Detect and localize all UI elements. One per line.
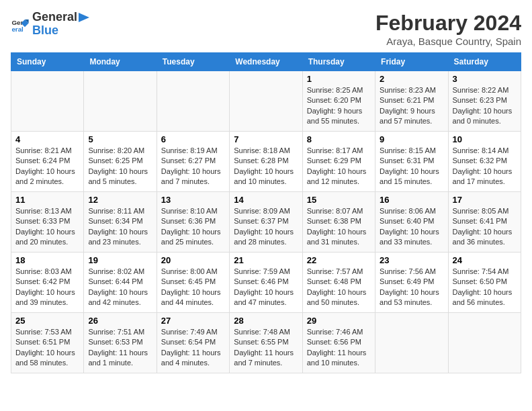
calendar-cell: 20Sunrise: 8:00 AM Sunset: 6:45 PM Dayli… xyxy=(157,253,229,313)
day-info: Sunrise: 8:09 AM Sunset: 6:37 PM Dayligh… xyxy=(234,206,298,248)
day-info: Sunrise: 7:53 AM Sunset: 6:51 PM Dayligh… xyxy=(15,327,79,369)
calendar-cell: 14Sunrise: 8:09 AM Sunset: 6:37 PM Dayli… xyxy=(230,192,302,253)
header-wednesday: Wednesday xyxy=(230,53,302,71)
calendar-cell: 6Sunrise: 8:19 AM Sunset: 6:27 PM Daylig… xyxy=(157,132,229,192)
header-saturday: Saturday xyxy=(448,53,521,71)
day-number: 13 xyxy=(161,195,225,205)
header-friday: Friday xyxy=(375,53,448,71)
day-number: 1 xyxy=(307,74,371,84)
day-number: 9 xyxy=(380,134,443,144)
day-number: 18 xyxy=(15,255,79,265)
header-monday: Monday xyxy=(84,53,157,71)
calendar-cell: 5Sunrise: 8:20 AM Sunset: 6:25 PM Daylig… xyxy=(84,132,157,192)
day-info: Sunrise: 7:59 AM Sunset: 6:46 PM Dayligh… xyxy=(234,267,298,308)
day-info: Sunrise: 8:03 AM Sunset: 6:42 PM Dayligh… xyxy=(15,267,79,308)
calendar-cell: 13Sunrise: 8:10 AM Sunset: 6:36 PM Dayli… xyxy=(157,192,229,253)
day-info: Sunrise: 7:57 AM Sunset: 6:48 PM Dayligh… xyxy=(307,267,371,308)
calendar-cell: 19Sunrise: 8:02 AM Sunset: 6:44 PM Dayli… xyxy=(84,253,157,313)
day-info: Sunrise: 8:17 AM Sunset: 6:29 PM Dayligh… xyxy=(307,146,371,187)
calendar-cell xyxy=(230,71,302,132)
day-number: 25 xyxy=(15,316,79,326)
day-number: 24 xyxy=(453,255,517,265)
day-info: Sunrise: 8:02 AM Sunset: 6:44 PM Dayligh… xyxy=(88,267,152,308)
page-title: February 2024 xyxy=(375,11,521,36)
calendar-cell: 17Sunrise: 8:05 AM Sunset: 6:41 PM Dayli… xyxy=(448,192,521,253)
title-block: February 2024 Araya, Basque Country, Spa… xyxy=(375,11,521,47)
calendar-cell: 29Sunrise: 7:46 AM Sunset: 6:56 PM Dayli… xyxy=(302,313,375,373)
day-info: Sunrise: 8:21 AM Sunset: 6:24 PM Dayligh… xyxy=(15,146,79,187)
calendar-cell: 16Sunrise: 8:06 AM Sunset: 6:40 PM Dayli… xyxy=(375,192,448,253)
page-subtitle: Araya, Basque Country, Spain xyxy=(375,36,521,47)
day-info: Sunrise: 8:07 AM Sunset: 6:38 PM Dayligh… xyxy=(307,206,371,248)
day-number: 23 xyxy=(380,255,443,265)
calendar-cell: 3Sunrise: 8:22 AM Sunset: 6:23 PM Daylig… xyxy=(448,71,521,132)
day-number: 4 xyxy=(15,134,79,144)
header-thursday: Thursday xyxy=(302,53,375,71)
day-info: Sunrise: 8:00 AM Sunset: 6:45 PM Dayligh… xyxy=(161,267,225,308)
calendar-cell: 24Sunrise: 7:54 AM Sunset: 6:50 PM Dayli… xyxy=(448,253,521,313)
page-header: Gen eral General Blue February 2024 Aray… xyxy=(11,11,521,47)
day-info: Sunrise: 8:15 AM Sunset: 6:31 PM Dayligh… xyxy=(380,146,443,187)
calendar-cell xyxy=(157,71,229,132)
day-info: Sunrise: 8:05 AM Sunset: 6:41 PM Dayligh… xyxy=(453,206,517,248)
week-row-2: 4Sunrise: 8:21 AM Sunset: 6:24 PM Daylig… xyxy=(11,132,521,192)
day-info: Sunrise: 8:18 AM Sunset: 6:28 PM Dayligh… xyxy=(234,146,298,187)
calendar-cell: 26Sunrise: 7:51 AM Sunset: 6:53 PM Dayli… xyxy=(84,313,157,373)
calendar-cell: 28Sunrise: 7:48 AM Sunset: 6:55 PM Dayli… xyxy=(230,313,302,373)
day-number: 14 xyxy=(234,195,298,205)
day-info: Sunrise: 8:13 AM Sunset: 6:33 PM Dayligh… xyxy=(15,206,79,248)
calendar-cell: 1Sunrise: 8:25 AM Sunset: 6:20 PM Daylig… xyxy=(302,71,375,132)
calendar-cell: 4Sunrise: 8:21 AM Sunset: 6:24 PM Daylig… xyxy=(11,132,84,192)
calendar-cell: 8Sunrise: 8:17 AM Sunset: 6:29 PM Daylig… xyxy=(302,132,375,192)
logo: Gen eral General Blue xyxy=(11,11,92,38)
day-number: 10 xyxy=(453,134,517,144)
day-info: Sunrise: 8:19 AM Sunset: 6:27 PM Dayligh… xyxy=(161,146,225,187)
week-row-3: 11Sunrise: 8:13 AM Sunset: 6:33 PM Dayli… xyxy=(11,192,521,253)
calendar-cell: 25Sunrise: 7:53 AM Sunset: 6:51 PM Dayli… xyxy=(11,313,84,373)
day-info: Sunrise: 8:14 AM Sunset: 6:32 PM Dayligh… xyxy=(453,146,517,187)
day-number: 22 xyxy=(307,255,371,265)
day-info: Sunrise: 8:25 AM Sunset: 6:20 PM Dayligh… xyxy=(307,85,371,127)
calendar-cell xyxy=(448,313,521,373)
calendar-cell: 21Sunrise: 7:59 AM Sunset: 6:46 PM Dayli… xyxy=(230,253,302,313)
logo-icon: Gen eral xyxy=(11,15,30,34)
day-number: 6 xyxy=(161,134,225,144)
calendar-cell: 7Sunrise: 8:18 AM Sunset: 6:28 PM Daylig… xyxy=(230,132,302,192)
week-row-1: 1Sunrise: 8:25 AM Sunset: 6:20 PM Daylig… xyxy=(11,71,521,132)
day-info: Sunrise: 7:51 AM Sunset: 6:53 PM Dayligh… xyxy=(88,327,152,369)
day-number: 12 xyxy=(88,195,152,205)
week-row-5: 25Sunrise: 7:53 AM Sunset: 6:51 PM Dayli… xyxy=(11,313,521,373)
calendar-cell xyxy=(11,71,84,132)
week-row-4: 18Sunrise: 8:03 AM Sunset: 6:42 PM Dayli… xyxy=(11,253,521,313)
svg-text:eral: eral xyxy=(11,26,24,33)
day-number: 17 xyxy=(453,195,517,205)
calendar-cell: 18Sunrise: 8:03 AM Sunset: 6:42 PM Dayli… xyxy=(11,253,84,313)
day-number: 15 xyxy=(307,195,371,205)
day-info: Sunrise: 7:49 AM Sunset: 6:54 PM Dayligh… xyxy=(161,327,225,369)
header-sunday: Sunday xyxy=(11,53,84,71)
day-number: 2 xyxy=(380,74,443,84)
day-number: 20 xyxy=(161,255,225,265)
day-number: 11 xyxy=(15,195,79,205)
day-number: 16 xyxy=(380,195,443,205)
day-number: 7 xyxy=(234,134,298,144)
day-info: Sunrise: 8:20 AM Sunset: 6:25 PM Dayligh… xyxy=(88,146,152,187)
calendar-header-row: SundayMondayTuesdayWednesdayThursdayFrid… xyxy=(11,53,521,71)
day-number: 27 xyxy=(161,316,225,326)
calendar-cell xyxy=(375,313,448,373)
day-info: Sunrise: 8:06 AM Sunset: 6:40 PM Dayligh… xyxy=(380,206,443,248)
day-number: 26 xyxy=(88,316,152,326)
day-info: Sunrise: 7:54 AM Sunset: 6:50 PM Dayligh… xyxy=(453,267,517,308)
day-info: Sunrise: 8:11 AM Sunset: 6:34 PM Dayligh… xyxy=(88,206,152,248)
day-info: Sunrise: 7:46 AM Sunset: 6:56 PM Dayligh… xyxy=(307,327,371,369)
day-number: 29 xyxy=(307,316,371,326)
calendar-cell xyxy=(84,71,157,132)
calendar-cell: 11Sunrise: 8:13 AM Sunset: 6:33 PM Dayli… xyxy=(11,192,84,253)
day-info: Sunrise: 8:10 AM Sunset: 6:36 PM Dayligh… xyxy=(161,206,225,248)
calendar-cell: 27Sunrise: 7:49 AM Sunset: 6:54 PM Dayli… xyxy=(157,313,229,373)
calendar-cell: 12Sunrise: 8:11 AM Sunset: 6:34 PM Dayli… xyxy=(84,192,157,253)
svg-marker-4 xyxy=(79,13,89,22)
day-info: Sunrise: 7:48 AM Sunset: 6:55 PM Dayligh… xyxy=(234,327,298,369)
day-info: Sunrise: 8:22 AM Sunset: 6:23 PM Dayligh… xyxy=(453,85,517,127)
calendar-cell: 9Sunrise: 8:15 AM Sunset: 6:31 PM Daylig… xyxy=(375,132,448,192)
